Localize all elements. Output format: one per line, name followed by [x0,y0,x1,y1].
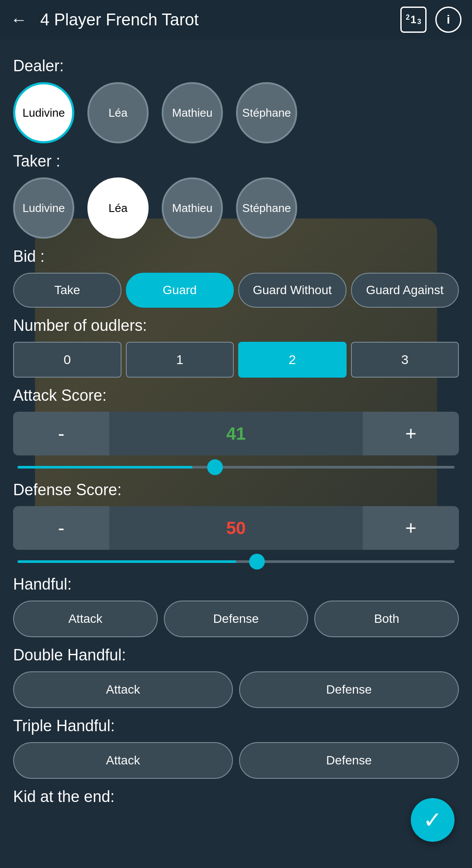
double-handful-attack[interactable]: Attack [13,671,233,708]
bid-guard-without[interactable]: Guard Without [238,273,347,308]
attack-score-label: Attack Score: [13,386,459,405]
attack-score-control: - 41 + [13,412,459,455]
double-handful-defense[interactable]: Defense [239,671,459,708]
attack-score-slider[interactable] [17,466,455,469]
double-handful-options: Attack Defense [13,671,459,708]
taker-player-lea[interactable]: Léa [87,177,149,239]
dealer-label: Dealer: [13,57,459,75]
triple-handful-defense[interactable]: Defense [239,742,459,779]
score-icon[interactable]: 2 1 3 [400,7,427,33]
back-button[interactable]: ← [10,10,27,29]
double-handful-label: Double Handful: [13,646,459,664]
confirm-fab[interactable]: ✓ [411,798,455,842]
page-title: 4 Player French Tarot [40,10,400,29]
defense-score-slider[interactable] [17,560,455,563]
attack-score-slider-container [13,462,459,470]
taker-player-stephane[interactable]: Stéphane [236,177,297,239]
attack-score-minus[interactable]: - [13,412,109,455]
oudler-3[interactable]: 3 [351,342,459,378]
triple-handful-options: Attack Defense [13,742,459,779]
taker-player-ludivine[interactable]: Ludivine [13,177,74,239]
header: ← 4 Player French Tarot 2 1 3 i [0,0,472,39]
dealer-player-mathieu[interactable]: Mathieu [162,82,223,143]
oudler-2[interactable]: 2 [238,342,347,378]
handful-label: Handful: [13,575,459,594]
taker-player-row: Ludivine Léa Mathieu Stéphane [13,177,459,239]
bid-guard-against[interactable]: Guard Against [351,273,459,308]
main-content: Dealer: Ludivine Léa Mathieu Stéphane Ta… [0,39,472,822]
defense-score-control: - 50 + [13,506,459,550]
oudlers-label: Number of oudlers: [13,316,459,335]
check-icon: ✓ [423,807,442,833]
dealer-player-ludivine[interactable]: Ludivine [13,82,74,143]
oudler-options: 0 1 2 3 [13,342,459,378]
info-button[interactable]: i [435,7,462,33]
oudler-0[interactable]: 0 [13,342,121,378]
defense-score-minus[interactable]: - [13,506,109,550]
taker-player-mathieu[interactable]: Mathieu [162,177,223,239]
handful-options: Attack Defense Both [13,601,459,637]
triple-handful-attack[interactable]: Attack [13,742,233,779]
bid-guard[interactable]: Guard [126,273,234,308]
oudler-1[interactable]: 1 [126,342,234,378]
triple-handful-label: Triple Handful: [13,717,459,735]
kid-at-end-label: Kid at the end: [13,788,459,806]
defense-score-value: 50 [109,518,363,538]
attack-score-value: 41 [109,424,363,444]
dealer-player-lea[interactable]: Léa [87,82,149,143]
defense-score-label: Defense Score: [13,481,459,499]
bid-take[interactable]: Take [13,273,121,308]
bid-options: Take Guard Guard Without Guard Against [13,273,459,308]
dealer-player-stephane[interactable]: Stéphane [236,82,297,143]
handful-both[interactable]: Both [314,601,459,637]
defense-score-plus[interactable]: + [363,506,459,550]
handful-defense[interactable]: Defense [164,601,309,637]
bid-label: Bid : [13,247,459,266]
defense-score-slider-container [13,557,459,565]
handful-attack[interactable]: Attack [13,601,158,637]
dealer-player-row: Ludivine Léa Mathieu Stéphane [13,82,459,143]
taker-label: Taker : [13,152,459,170]
attack-score-plus[interactable]: + [363,412,459,455]
